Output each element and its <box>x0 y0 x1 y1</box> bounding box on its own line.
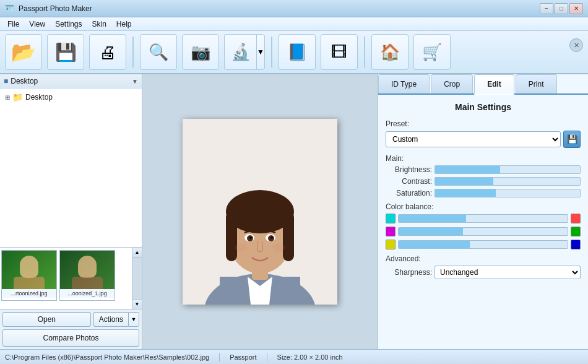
magenta-green-slider[interactable] <box>398 227 568 236</box>
actions-button[interactable]: Actions <box>93 312 128 327</box>
blue-swatch <box>571 240 581 249</box>
minimize-button[interactable]: − <box>540 3 553 14</box>
color-balance-label: Color balance: <box>386 202 581 211</box>
thumbnail-1[interactable]: ...rtoonized.jpg <box>1 250 57 301</box>
contrast-label: Contrast: <box>386 177 432 186</box>
brightness-label: Brightness: <box>386 165 432 174</box>
sharpness-row: Sharpness: Unchanged Soft Normal Sharp V… <box>386 266 581 279</box>
svg-point-14 <box>249 236 252 239</box>
brightness-slider[interactable] <box>435 165 581 174</box>
menu-skin[interactable]: Skin <box>87 19 111 30</box>
main-area: ■ Desktop ▼ ⊞ 📁 Desktop <box>0 74 588 349</box>
video-button[interactable]: 🎞 <box>321 34 358 70</box>
preset-row: Custom Default Vivid Muted 💾 <box>386 131 581 148</box>
tab-crop[interactable]: Crop <box>431 74 473 93</box>
main-group-label: Main: <box>386 154 581 163</box>
folder-name: Desktop <box>25 93 53 102</box>
status-size: Size: 2.00 × 2.00 inch <box>277 353 343 361</box>
toolbar-separator-1 <box>132 37 134 67</box>
center-panel <box>142 74 378 349</box>
menu-help[interactable]: Help <box>111 19 137 30</box>
save-preset-button[interactable]: 💾 <box>563 131 581 148</box>
saturation-label: Saturation: <box>386 189 432 197</box>
thumbnail-strip: ...rtoonized.jpg ...oonized_1.jpg ▲ ▼ <box>0 247 142 309</box>
expand-icon: ⊞ <box>5 94 10 101</box>
status-path: C:\Program Files (x86)\Passport Photo Ma… <box>5 353 209 361</box>
section-title: Main Settings <box>386 102 581 112</box>
cyan-swatch <box>386 214 396 223</box>
status-sep-1 <box>219 353 220 362</box>
svg-point-15 <box>270 236 273 239</box>
export-button[interactable]: 🏠 <box>371 34 409 70</box>
preset-select[interactable]: Custom Default Vivid Muted <box>386 131 561 147</box>
green-swatch <box>571 227 581 236</box>
sharpness-select[interactable]: Unchanged Soft Normal Sharp Very Sharp <box>435 266 581 279</box>
tabs: ID Type Crop Edit Print <box>378 74 588 95</box>
sharpness-label: Sharpness: <box>386 268 432 277</box>
thumb-2-label: ...oonized_1.jpg <box>60 289 115 298</box>
order-button[interactable]: 🛒 <box>413 34 451 70</box>
menu-settings[interactable]: Settings <box>50 19 87 30</box>
app-title: Passport Photo Maker <box>19 4 540 13</box>
brightness-row: Brightness: <box>386 165 581 174</box>
thumb-list: ...rtoonized.jpg ...oonized_1.jpg <box>0 248 132 309</box>
yellow-blue-slider[interactable] <box>398 240 568 249</box>
tab-edit[interactable]: Edit <box>474 74 514 95</box>
color-row-yellow-blue <box>386 240 581 249</box>
magenta-swatch <box>386 227 396 236</box>
maximize-button[interactable]: □ <box>555 3 568 14</box>
saturation-slider[interactable] <box>435 189 581 197</box>
help-button[interactable]: 📘 <box>279 34 316 70</box>
menu-view[interactable]: View <box>24 19 50 30</box>
color-row-magenta-green <box>386 227 581 236</box>
enhance-button[interactable]: 🔬 <box>224 34 256 70</box>
scroll-down-button[interactable]: ▼ <box>132 299 142 309</box>
close-button[interactable]: ✕ <box>569 3 583 14</box>
folder-item-desktop[interactable]: ⊞ 📁 Desktop <box>2 91 139 103</box>
actions-dropdown-arrow[interactable]: ▼ <box>128 312 139 327</box>
thumb-scroll-area: ...rtoonized.jpg ...oonized_1.jpg ▲ ▼ <box>0 248 142 309</box>
folder-tree: ⊞ 📁 Desktop <box>0 89 142 247</box>
folder-dropdown-arrow[interactable]: ▼ <box>132 78 138 85</box>
browse-button[interactable]: 🔍 <box>140 34 177 70</box>
camera-button[interactable]: 📷 <box>182 34 219 70</box>
enhance-button-group: 🔬 ▼ <box>224 34 265 70</box>
color-row-cyan-red <box>386 214 581 223</box>
photo-display <box>183 119 337 305</box>
save-button[interactable]: 💾 <box>47 34 84 70</box>
svg-point-16 <box>235 243 248 252</box>
edit-tab-content: Main Settings Preset: Custom Default Viv… <box>378 95 588 349</box>
menu-file[interactable]: File <box>2 19 24 30</box>
folder-header: ■ Desktop ▼ <box>0 74 142 89</box>
person-photo-svg <box>183 119 337 305</box>
saturation-row: Saturation: <box>386 189 581 197</box>
open-button[interactable]: 📂 <box>5 34 42 70</box>
status-sep-2 <box>267 353 267 362</box>
toolbar-separator-2 <box>271 37 272 67</box>
thumb-scrollbar: ▲ ▼ <box>132 248 142 309</box>
cyan-red-slider[interactable] <box>398 214 568 223</box>
red-swatch <box>571 214 581 223</box>
print-button[interactable]: 🖨 <box>89 34 126 70</box>
window-controls: − □ ✕ <box>540 3 583 14</box>
tab-id-type[interactable]: ID Type <box>378 74 430 93</box>
scroll-up-button[interactable]: ▲ <box>132 248 142 258</box>
svg-point-17 <box>272 243 285 252</box>
open-file-button[interactable]: Open <box>2 312 91 327</box>
enhance-dropdown[interactable]: ▼ <box>256 34 265 70</box>
compare-photos-button[interactable]: Compare Photos <box>2 329 139 347</box>
svg-point-9 <box>227 193 293 228</box>
contrast-slider[interactable] <box>435 177 581 186</box>
tab-print[interactable]: Print <box>516 74 557 93</box>
thumbnail-2[interactable]: ...oonized_1.jpg <box>59 250 115 301</box>
menubar: File View Settings Skin Help <box>0 17 588 31</box>
left-panel: ■ Desktop ▼ ⊞ 📁 Desktop <box>0 74 142 349</box>
statusbar: C:\Program Files (x86)\Passport Photo Ma… <box>0 349 588 364</box>
contrast-row: Contrast: <box>386 177 581 186</box>
advanced-label: Advanced: <box>386 254 581 263</box>
actions-button-group: Actions ▼ <box>93 312 139 327</box>
folder-label: Desktop <box>11 77 129 85</box>
preset-label: Preset: <box>386 119 581 128</box>
action-buttons-row: Open Actions ▼ Compare Photos <box>0 309 142 349</box>
panel-close-button[interactable]: ✕ <box>569 38 583 52</box>
